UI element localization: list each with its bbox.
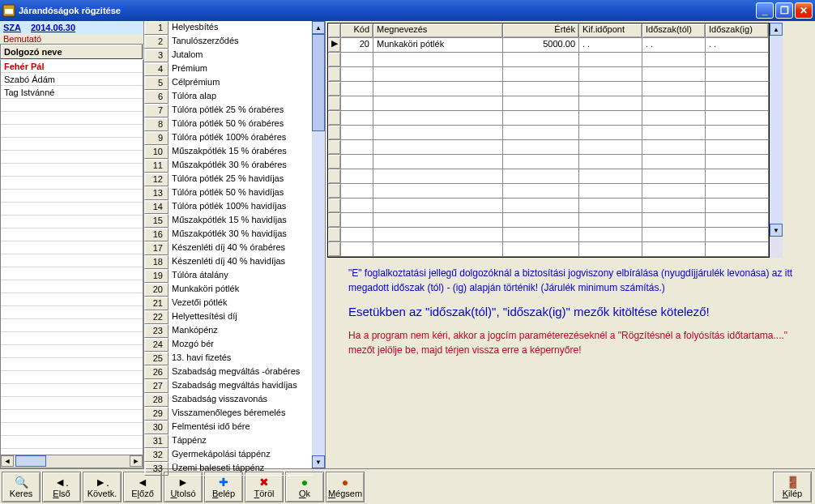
type-item[interactable]: Túlóra pótlék 50 % órabéres [169, 117, 312, 131]
employee-row[interactable] [1, 436, 143, 449]
type-item[interactable]: Munkaköri pótlék [169, 283, 312, 297]
type-item[interactable]: Műszakpótlék 15 % havidíjas [169, 214, 312, 228]
employee-row[interactable] [1, 397, 143, 410]
type-item[interactable]: Készenléti díj 40 % órabéres [169, 241, 312, 255]
type-number[interactable]: 4 [144, 62, 169, 76]
close-button[interactable]: ✕ [795, 2, 813, 19]
type-number[interactable]: 5 [144, 76, 169, 90]
employee-row[interactable] [1, 267, 143, 280]
grid-header-cell[interactable]: Kif.időpont [579, 23, 642, 37]
type-item[interactable]: Túlóra pótlék 100% órabéres [169, 131, 312, 145]
type-item[interactable]: Prémium [169, 62, 312, 76]
kovetk-button[interactable]: ►.Követk. [83, 472, 122, 502]
type-item[interactable]: Jutalom [169, 49, 312, 62]
scroll-thumb[interactable] [312, 34, 325, 131]
minimize-button[interactable]: _ [756, 2, 774, 19]
grid-empty-row[interactable] [328, 126, 769, 140]
type-item[interactable]: Túlóra átalány [169, 269, 312, 283]
employee-row[interactable] [1, 254, 143, 267]
employee-row[interactable]: Fehér Pál [1, 60, 143, 73]
employee-header[interactable]: Dolgozó neve [0, 44, 143, 60]
belep-button[interactable]: ✚Belép [204, 472, 243, 502]
elozo-button[interactable]: ◄Előző [123, 472, 162, 502]
type-number[interactable]: 7 [144, 104, 169, 117]
type-item[interactable]: Készenléti díj 40 % havidíjas [169, 255, 312, 269]
type-number[interactable]: 28 [144, 393, 169, 407]
grid-empty-row[interactable] [328, 242, 769, 257]
grid-empty-row[interactable] [328, 199, 769, 213]
maximize-button[interactable]: ❐ [775, 2, 793, 19]
employee-row[interactable] [1, 190, 143, 203]
grid-empty-row[interactable] [328, 96, 769, 111]
hscroll-thumb[interactable] [15, 455, 46, 467]
type-item[interactable]: Mankópénz [169, 324, 312, 338]
type-number[interactable]: 29 [144, 407, 169, 421]
employee-row[interactable] [1, 293, 143, 306]
employee-row[interactable] [1, 203, 143, 216]
employee-list[interactable]: Fehér PálSzabó ÁdámTag Istvánné [0, 60, 143, 455]
type-item[interactable]: Túlóra pótlék 100% havidíjas [169, 200, 312, 214]
employee-hscroll[interactable]: ◄ ► [0, 455, 143, 468]
type-number[interactable]: 32 [144, 448, 169, 462]
type-number[interactable]: 12 [144, 173, 169, 186]
type-name-column[interactable]: HelyesbítésTanulószerződésJutalomPrémium… [169, 21, 312, 468]
type-item[interactable]: Túlóra alap [169, 90, 312, 104]
grid-vscroll[interactable]: ▲ ▼ [770, 23, 783, 258]
type-number[interactable]: 18 [144, 255, 169, 269]
type-number[interactable]: 21 [144, 297, 169, 310]
grid-empty-row[interactable] [328, 213, 769, 228]
type-item[interactable]: Túlóra pótlék 25 % havidíjas [169, 173, 312, 186]
type-item[interactable]: Gyermekápolási táppénz [169, 448, 312, 462]
type-vscroll[interactable]: ▲ ▼ [312, 21, 325, 468]
employee-row[interactable] [1, 358, 143, 371]
type-item[interactable]: Táppénz [169, 434, 312, 448]
keres-button[interactable]: 🔍Keres [2, 472, 41, 502]
employee-row[interactable] [1, 371, 143, 384]
type-number[interactable]: 6 [144, 90, 169, 104]
type-number[interactable]: 10 [144, 145, 169, 159]
scroll-down[interactable]: ▼ [312, 455, 325, 468]
type-number[interactable]: 23 [144, 324, 169, 338]
type-item[interactable]: Műszakpótlék 15 % órabéres [169, 145, 312, 159]
type-item[interactable]: 13. havi fizetés [169, 352, 312, 365]
type-item[interactable]: Tanulószerződés [169, 35, 312, 49]
grid-header-cell[interactable]: Érték [503, 23, 579, 37]
type-number[interactable]: 8 [144, 117, 169, 131]
type-number[interactable]: 20 [144, 283, 169, 297]
employee-row[interactable] [1, 99, 143, 112]
type-number[interactable]: 11 [144, 159, 169, 173]
type-item[interactable]: Üzemi baleseti táppénz [169, 462, 312, 476]
employee-row[interactable] [1, 216, 143, 229]
type-number[interactable]: 17 [144, 241, 169, 255]
grid-header-cell[interactable] [328, 23, 341, 37]
grid-empty-row[interactable] [328, 155, 769, 169]
employee-row[interactable]: Tag Istvánné [1, 86, 143, 99]
grid-empty-row[interactable] [328, 140, 769, 155]
grid-scroll-down[interactable]: ▼ [770, 224, 783, 237]
type-item[interactable]: Mozgó bér [169, 338, 312, 352]
grid-empty-row[interactable] [328, 111, 769, 126]
type-item[interactable]: Szabadság visszavonás [169, 393, 312, 407]
employee-row[interactable] [1, 229, 143, 241]
employee-row[interactable] [1, 241, 143, 254]
grid-empty-row[interactable] [328, 67, 769, 82]
type-item[interactable]: Célprémium [169, 76, 312, 90]
type-number[interactable]: 16 [144, 228, 169, 241]
type-item[interactable]: Helyesbítés [169, 21, 312, 35]
hscroll-right[interactable]: ► [130, 455, 143, 467]
type-number[interactable]: 9 [144, 131, 169, 145]
employee-row[interactable] [1, 177, 143, 190]
employee-row[interactable] [1, 410, 143, 423]
type-number[interactable]: 30 [144, 421, 169, 434]
scroll-up[interactable]: ▲ [312, 21, 325, 34]
type-number[interactable]: 14 [144, 200, 169, 214]
type-number[interactable]: 1 [144, 21, 169, 35]
type-item[interactable]: Visszamenőleges béremelés [169, 407, 312, 421]
header-info[interactable]: SZA 2014.06.30 [0, 21, 143, 34]
grid-header-cell[interactable]: Megnevezés [373, 23, 503, 37]
employee-row[interactable] [1, 423, 143, 436]
grid-header-cell[interactable]: Időszak(tól) [642, 23, 706, 37]
elso-button[interactable]: ◄.Első [42, 472, 81, 502]
employee-row[interactable] [1, 164, 143, 177]
employee-row[interactable] [1, 151, 143, 164]
